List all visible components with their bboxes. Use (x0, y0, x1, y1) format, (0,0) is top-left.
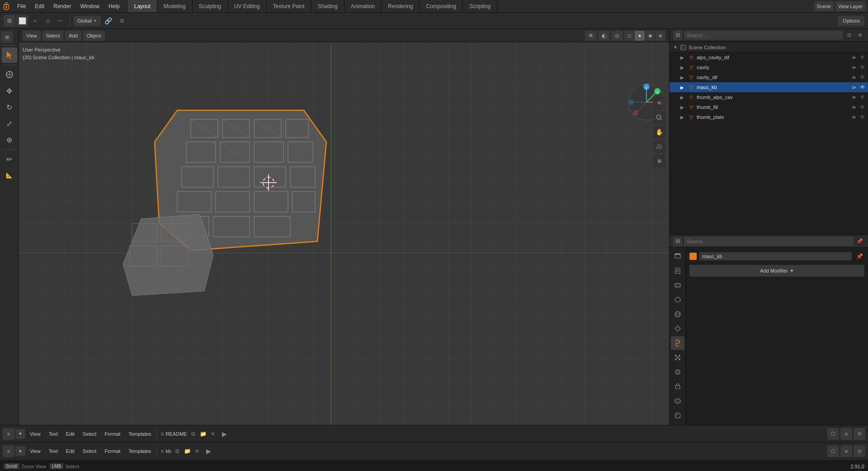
select-tool-btn[interactable] (2, 47, 17, 63)
menu-edit[interactable]: Edit (30, 0, 49, 12)
play-btn-2[interactable]: ▶ (203, 446, 213, 456)
outliner-item-alps[interactable]: ▶ ▽ alps_cavity_dif ⊳ 👁 (670, 52, 868, 62)
visibility-alps[interactable]: 👁 (860, 54, 865, 61)
hand-btn[interactable]: ✋ (653, 126, 665, 138)
solid-shading-btn[interactable]: ● (635, 31, 645, 41)
viewport-overlay-btn[interactable]: ⊙ (611, 31, 623, 41)
tab-rendering[interactable]: Rendering (382, 0, 420, 12)
scene-selector[interactable]: Scene (814, 1, 834, 11)
select-circle-tool[interactable]: ○ (29, 15, 41, 27)
material-shading-btn[interactable]: ◉ (645, 31, 655, 41)
object-props-tab-btn[interactable] (671, 322, 684, 335)
visibility-cavity[interactable]: 👁 (860, 64, 865, 71)
tab-sculpting[interactable]: Sculpting (193, 0, 228, 12)
proportional-edit-btn[interactable]: ⊙ (116, 15, 128, 27)
bottom-select-2[interactable]: Select (79, 447, 100, 455)
tab-scripting[interactable]: Scripting (463, 0, 497, 12)
viewport-mode-btn[interactable]: 👁 (585, 31, 597, 41)
word-wrap-btn-1[interactable]: ⬡ (827, 428, 839, 440)
add-menu-btn[interactable]: Add (65, 31, 81, 41)
outliner-editor-type-btn[interactable]: ⊟ (673, 31, 682, 40)
copy-btn-1[interactable]: ⧉ (189, 429, 198, 438)
viewport-canvas[interactable]: User Perspective (20) Scene Collection |… (19, 42, 669, 425)
rotate-tool-btn[interactable]: ↻ (2, 99, 17, 115)
editor-type-btn[interactable]: ⊞ (4, 15, 15, 27)
bottom-format-1[interactable]: Format (101, 430, 124, 438)
render-tab-btn[interactable] (671, 250, 684, 263)
zoom-in-btn[interactable]: + (653, 97, 665, 109)
snap-btn[interactable]: 🔗 (103, 15, 114, 27)
outliner-item-cavity-dif[interactable]: ▶ ▽ cavity_dif ⊳ 👁 (670, 72, 868, 82)
select-lasso-tool[interactable]: ◇ (42, 15, 53, 27)
bottom-select-1[interactable]: Select (79, 430, 100, 438)
word-wrap-btn-2[interactable]: ⬡ (827, 445, 839, 457)
bottom-templates-1[interactable]: Templates (125, 430, 155, 438)
menu-help[interactable]: Help (104, 0, 124, 12)
blender-logo-icon[interactable] (0, 0, 13, 13)
move-tool-btn[interactable]: ✥ (2, 83, 17, 99)
bottom-editor-menu-1[interactable]: ▼ (15, 429, 25, 439)
outliner-filter-btn[interactable]: ⊟ (844, 31, 854, 40)
select-menu-btn[interactable]: Select (42, 31, 64, 41)
syntax-btn-2[interactable]: ⊙ (854, 445, 865, 457)
bottom-view-2[interactable]: View (26, 447, 44, 455)
bottom-format-2[interactable]: Format (101, 447, 124, 455)
play-btn-1[interactable]: ▶ (219, 429, 229, 439)
world-tab-btn[interactable] (671, 307, 684, 321)
fake-user-btn[interactable]: 📌 (854, 251, 864, 261)
material-tab-btn[interactable] (671, 409, 684, 422)
visibility-thumb-plate[interactable]: 👁 (860, 114, 865, 120)
outliner-item-mauc-kb[interactable]: ▶ ▽ mauc_kb ⊳ 👁 (670, 82, 868, 92)
output-tab-btn[interactable] (671, 264, 684, 278)
menu-window[interactable]: Window (75, 0, 104, 12)
view-menu-btn[interactable]: View (23, 31, 41, 41)
modifier-tab-btn[interactable] (671, 336, 684, 350)
folder-btn-2[interactable]: 📁 (183, 447, 192, 456)
folder-btn-1[interactable]: 📁 (198, 429, 208, 438)
tab-animation[interactable]: Animation (344, 0, 382, 12)
close-btn-2[interactable]: ✕ (193, 447, 202, 456)
tab-shading[interactable]: Shading (311, 0, 344, 12)
properties-editor-type-btn[interactable]: ⊟ (673, 237, 682, 246)
bottom-editor-menu-2[interactable]: ▼ (15, 446, 25, 456)
close-btn-1[interactable]: ✕ (208, 429, 217, 438)
options-dropdown[interactable]: Options (838, 16, 864, 26)
render-shading-btn[interactable]: ◈ (656, 31, 665, 41)
cursor-tool-btn[interactable] (2, 67, 17, 82)
menu-file[interactable]: File (13, 0, 30, 12)
bottom-editor-type-2[interactable]: ≡ (3, 445, 14, 457)
select-box-tool[interactable]: ⬜ (16, 15, 28, 27)
visibility-thumb-alps[interactable]: 👁 (860, 94, 865, 100)
line-nums-btn-1[interactable]: ≡ (840, 428, 852, 440)
tab-modeling[interactable]: Modeling (157, 0, 193, 12)
bottom-view-1[interactable]: View (26, 430, 44, 438)
constraints-tab-btn[interactable] (671, 380, 684, 393)
scale-tool-btn[interactable]: ⤢ (2, 116, 17, 131)
outliner-item-thumb-plate[interactable]: ▶ ▽ thumb_plate ⊳ 👁 (670, 112, 868, 122)
properties-pin-btn[interactable]: 📌 (855, 237, 864, 246)
viewport-shading-btn[interactable]: ◐ (598, 31, 610, 41)
visibility-thumb-fill[interactable]: 👁 (860, 104, 865, 110)
camera-btn[interactable]: 🎥 (653, 140, 665, 153)
bottom-text-1[interactable]: Text (45, 430, 61, 438)
scene-tab-btn[interactable] (671, 293, 684, 306)
syntax-btn-1[interactable]: ⊙ (854, 428, 865, 440)
bottom-text-2[interactable]: Text (45, 447, 61, 455)
zoom-out-btn[interactable] (653, 111, 665, 124)
physics-tab-btn[interactable] (671, 365, 684, 379)
transform-tool-btn[interactable]: ⊕ (2, 132, 17, 147)
select-more-tool[interactable]: ⋯ (54, 15, 66, 27)
scene-collection-header[interactable]: ▼ Scene Collection (670, 42, 868, 52)
data-tab-btn[interactable] (671, 394, 684, 408)
wireframe-shading-btn[interactable]: ◻ (624, 31, 634, 41)
tab-texture-paint[interactable]: Texture Paint (267, 0, 311, 12)
outliner-item-thumb-fill[interactable]: ▶ ▽ thumb_fill ⊳ 👁 (670, 102, 868, 112)
bottom-templates-2[interactable]: Templates (125, 447, 155, 455)
particles-tab-btn[interactable] (671, 351, 684, 364)
object-name-field[interactable] (699, 252, 852, 260)
tab-uv-editing[interactable]: UV Editing (228, 0, 267, 12)
outliner-search-input[interactable] (684, 31, 843, 40)
add-modifier-btn[interactable]: Add Modifier ▼ (689, 265, 864, 277)
measure-tool-btn[interactable]: 📐 (2, 168, 17, 183)
properties-search-input[interactable] (684, 237, 854, 246)
